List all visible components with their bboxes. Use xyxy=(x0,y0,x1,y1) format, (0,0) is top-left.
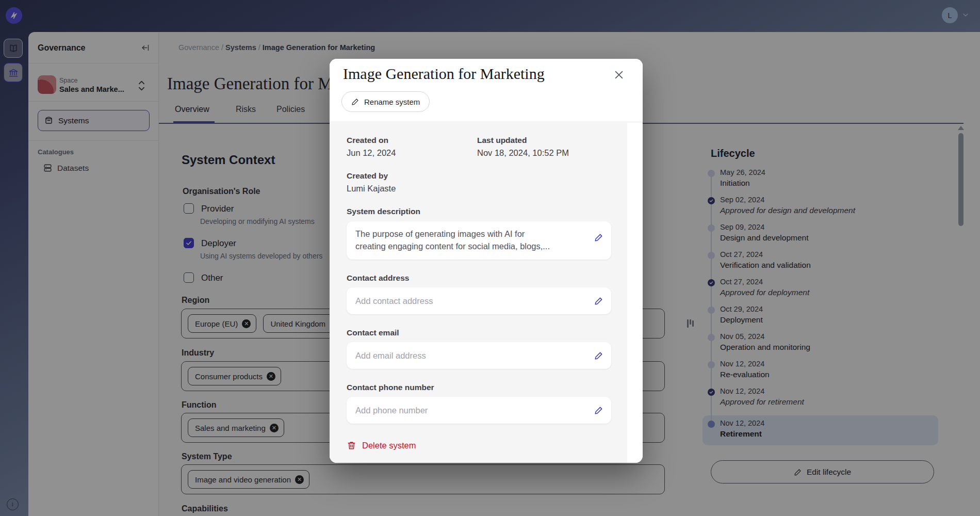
contact-email-field[interactable]: Add email address xyxy=(347,342,611,369)
edit-contact-address-icon[interactable] xyxy=(594,296,603,305)
created-by-label: Created by xyxy=(347,171,611,181)
trash-icon xyxy=(347,441,356,450)
edit-contact-email-icon[interactable] xyxy=(594,351,603,360)
description-text: creating engaging content for social med… xyxy=(355,240,589,252)
close-icon[interactable] xyxy=(612,68,626,82)
modal-body: Created on Jun 12, 2024 Last updated Nov… xyxy=(330,123,643,463)
contact-email-placeholder: Add email address xyxy=(355,351,426,361)
delete-system-label: Delete system xyxy=(362,441,416,450)
contact-email-label: Contact email xyxy=(347,328,611,337)
rename-system-label: Rename system xyxy=(364,98,420,106)
contact-phone-field[interactable]: Add phone number xyxy=(347,397,611,424)
created-on-value: Jun 12, 2024 xyxy=(347,148,477,158)
contact-address-field[interactable]: Add contact address xyxy=(347,287,611,314)
pencil-icon xyxy=(351,98,360,106)
modal-title: Image Generation for Marketing xyxy=(343,65,545,83)
last-updated-value: Nov 18, 2024, 10:52 PM xyxy=(477,148,569,158)
contact-phone-placeholder: Add phone number xyxy=(355,406,428,415)
contact-phone-label: Contact phone number xyxy=(347,383,611,392)
delete-system-button[interactable]: Delete system xyxy=(347,441,611,450)
description-text: The purpose of generating images with AI… xyxy=(355,228,589,240)
created-by-value: Lumi Kajaste xyxy=(347,184,611,194)
last-updated-label: Last updated xyxy=(477,136,569,145)
edit-contact-phone-icon[interactable] xyxy=(594,406,603,415)
rename-system-button[interactable]: Rename system xyxy=(341,91,430,112)
modal-header: Image Generation for Marketing Rename sy… xyxy=(330,59,643,122)
edit-description-icon[interactable] xyxy=(594,233,603,242)
system-description-label: System description xyxy=(347,207,611,216)
contact-address-label: Contact address xyxy=(347,273,611,283)
created-on-label: Created on xyxy=(347,136,477,145)
contact-address-placeholder: Add contact address xyxy=(355,296,433,306)
system-description-field[interactable]: The purpose of generating images with AI… xyxy=(347,221,611,260)
system-details-modal: Image Generation for Marketing Rename sy… xyxy=(330,59,643,463)
